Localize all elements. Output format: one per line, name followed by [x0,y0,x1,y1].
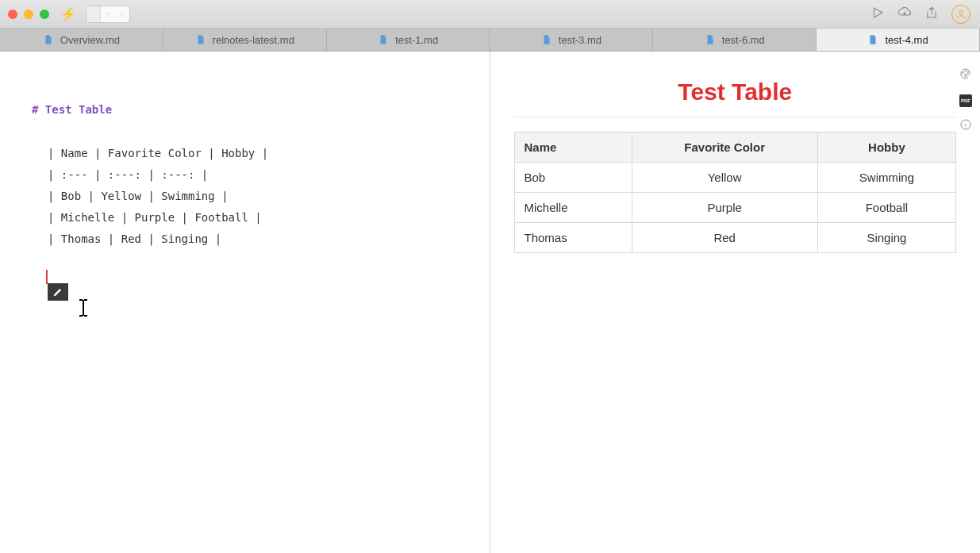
tab-label: test-1.md [395,34,438,46]
table-header: Hobby [817,132,955,163]
table-cell: Yellow [632,163,817,193]
table-cell: Football [817,193,955,223]
svg-point-3 [967,71,968,72]
table-cell: Swimming [817,163,955,193]
main-split: # Test Table | Name | Favorite Color | H… [0,52,980,553]
cloud-download-icon[interactable] [897,6,912,23]
user-avatar[interactable] [951,5,970,24]
preview-icon-rail: PDF [959,67,972,134]
tab-label: test-4.md [885,34,928,46]
share-icon[interactable] [924,6,939,23]
text-cursor-icon [76,298,90,323]
tab-label: test-3.md [559,34,601,46]
table-cell: Singing [817,223,955,253]
tab-bar: Overview.mdrelnotes-latest.mdtest-1.mdte… [0,29,980,52]
preview-pane: PDF Test Table NameFavorite ColorHobby B… [490,52,981,553]
svg-point-0 [959,10,963,14]
layout-seg-1[interactable]: · [86,6,101,22]
editor-line[interactable]: | :--- | :---: | :---: | [32,164,490,186]
editor-content[interactable]: # Test Table | Name | Favorite Color | H… [0,99,490,250]
table-row: MichellePurpleFootball [514,193,956,223]
maximize-window-button[interactable] [40,10,49,19]
title-bar: ⚡ · · · [0,0,980,29]
editor-line[interactable]: | Name | Favorite Color | Hobby | [32,143,490,164]
preview-title: Test Table [514,79,957,117]
title-right-actions [870,5,970,24]
tab-test-4-md[interactable]: test-4.md [817,29,980,51]
editor-line[interactable]: | Michelle | Purple | Football | [32,207,490,228]
preview-table: NameFavorite ColorHobby BobYellowSwimmin… [514,132,957,253]
edit-cursor [46,270,48,284]
svg-point-2 [965,71,966,71]
window-controls [8,10,49,19]
tab-label: test-6.md [722,34,765,46]
table-header: Favorite Color [632,132,817,163]
tab-relnotes-latest-md[interactable]: relnotes-latest.md [163,29,327,51]
table-cell: Red [632,223,817,253]
table-header: Name [514,132,632,163]
palette-icon[interactable] [959,67,972,83]
table-row: ThomasRedSinging [514,223,956,253]
document-icon [378,34,389,45]
document-icon [195,34,206,45]
layout-toggle[interactable]: · · · [86,6,130,23]
bolt-icon: ⚡ [60,6,76,21]
close-window-button[interactable] [8,10,17,19]
info-icon[interactable] [959,118,972,134]
table-cell: Thomas [514,223,632,253]
play-icon[interactable] [870,6,885,23]
document-icon [541,34,552,45]
tab-overview-md[interactable]: Overview.md [0,29,163,51]
svg-point-1 [963,72,963,73]
tab-label: Overview.md [60,34,120,46]
editor-line[interactable]: | Bob | Yellow | Swimming | [32,186,490,207]
document-icon [43,34,54,45]
minimize-window-button[interactable] [24,10,33,19]
document-icon [705,34,716,45]
table-row: BobYellowSwimming [514,163,956,193]
pdf-export-icon[interactable]: PDF [959,94,972,107]
editor-pane[interactable]: # Test Table | Name | Favorite Color | H… [0,52,490,553]
pdf-label: PDF [961,98,970,103]
tab-test-6-md[interactable]: test-6.md [653,29,817,51]
format-gutter-button[interactable] [48,283,68,301]
editor-heading[interactable]: # Test Table [32,99,490,121]
table-cell: Purple [632,193,817,223]
tab-test-3-md[interactable]: test-3.md [490,29,653,51]
layout-seg-3[interactable]: · [115,6,129,22]
table-cell: Bob [514,163,632,193]
document-icon [867,34,878,45]
layout-seg-2[interactable]: · [101,6,115,22]
table-cell: Michelle [514,193,632,223]
tab-label: relnotes-latest.md [213,34,294,46]
editor-line[interactable]: | Thomas | Red | Singing | [32,228,490,250]
tab-test-1-md[interactable]: test-1.md [327,29,490,51]
